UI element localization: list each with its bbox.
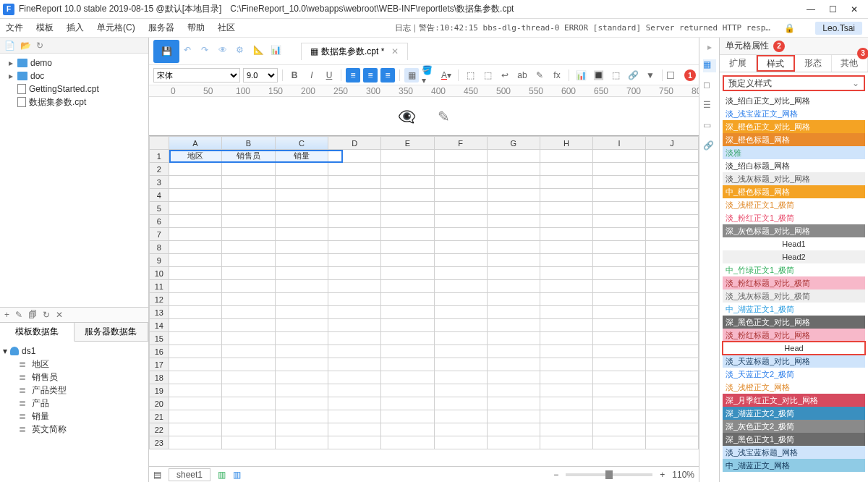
cell[interactable] xyxy=(328,293,381,306)
column-header[interactable]: A xyxy=(169,137,222,150)
cell[interactable] xyxy=(328,228,381,241)
cell[interactable] xyxy=(434,293,487,306)
cell[interactable] xyxy=(540,423,592,436)
cell[interactable] xyxy=(381,319,434,332)
cell[interactable] xyxy=(169,319,222,332)
ds-node[interactable]: ▾ds1 xyxy=(3,344,145,358)
cell[interactable] xyxy=(645,293,698,306)
row-header[interactable]: 12 xyxy=(150,293,169,306)
tab-close-icon[interactable]: ✕ xyxy=(391,46,399,56)
cell[interactable] xyxy=(275,358,328,371)
cell[interactable] xyxy=(222,280,276,293)
cell[interactable] xyxy=(645,345,698,358)
cell[interactable] xyxy=(381,423,434,436)
cell[interactable] xyxy=(487,332,540,345)
cell[interactable] xyxy=(381,163,434,176)
column-header[interactable]: G xyxy=(487,137,540,150)
cell[interactable] xyxy=(593,267,646,280)
style-item[interactable]: Head4 xyxy=(723,342,865,355)
cell[interactable] xyxy=(487,163,540,176)
cell[interactable] xyxy=(593,150,646,163)
style-item[interactable]: 淡_浅橙正文1_极简 xyxy=(723,198,865,211)
cell[interactable] xyxy=(540,280,592,293)
cell[interactable] xyxy=(169,163,222,176)
cell[interactable] xyxy=(645,306,698,319)
row-header[interactable]: 14 xyxy=(150,319,169,332)
cell[interactable] xyxy=(645,332,698,345)
cell[interactable] xyxy=(593,280,646,293)
link-mode-icon[interactable]: 🔗 xyxy=(703,140,716,153)
cell[interactable] xyxy=(593,319,646,332)
cell[interactable] xyxy=(169,371,222,384)
cell[interactable] xyxy=(381,280,434,293)
cell[interactable] xyxy=(487,267,540,280)
cell[interactable] xyxy=(275,293,328,306)
cell[interactable] xyxy=(434,423,487,436)
cell[interactable] xyxy=(645,371,698,384)
style-item[interactable]: 淡_绍白正文_对比_网格 xyxy=(723,94,865,107)
cell[interactable]: 销售员 xyxy=(222,150,276,163)
cell[interactable] xyxy=(328,423,381,436)
style-item[interactable]: 淡_天蓝正文2_极简 xyxy=(723,368,865,381)
style-item[interactable]: 深_月季红正文_对比_网格 xyxy=(723,394,865,407)
cell[interactable] xyxy=(593,189,646,202)
cell[interactable] xyxy=(434,189,487,202)
cell[interactable] xyxy=(593,397,646,410)
cell[interactable] xyxy=(540,267,592,280)
ds-field[interactable]: ≣产品类型 xyxy=(3,384,145,397)
cell[interactable] xyxy=(434,202,487,215)
cell[interactable] xyxy=(275,254,328,267)
cell[interactable] xyxy=(222,345,276,358)
cell[interactable] xyxy=(275,228,328,241)
cell[interactable] xyxy=(275,306,328,319)
row-header[interactable]: 20 xyxy=(150,397,169,410)
cell[interactable] xyxy=(169,423,222,436)
cell-style-mode-icon[interactable]: ▦ xyxy=(703,59,716,72)
cell[interactable] xyxy=(593,202,646,215)
cell[interactable] xyxy=(381,397,434,410)
minimize-button[interactable]: — xyxy=(800,2,822,17)
cell[interactable] xyxy=(328,410,381,423)
cell[interactable] xyxy=(434,410,487,423)
cell[interactable] xyxy=(487,319,540,332)
refresh-icon[interactable]: ↻ xyxy=(36,41,46,51)
cell[interactable] xyxy=(275,332,328,345)
cell[interactable] xyxy=(434,371,487,384)
cell[interactable] xyxy=(328,176,381,189)
zoom-in-icon[interactable]: + xyxy=(660,470,665,480)
menu-insert[interactable]: 插入 xyxy=(67,22,84,34)
cell[interactable] xyxy=(381,228,434,241)
cell[interactable] xyxy=(593,228,646,241)
cell[interactable] xyxy=(645,189,698,202)
cell[interactable] xyxy=(434,254,487,267)
format-painter-button[interactable]: ✎ xyxy=(532,68,547,83)
cell[interactable] xyxy=(593,410,646,423)
cell[interactable] xyxy=(645,319,698,332)
cell[interactable] xyxy=(169,436,222,449)
style-item[interactable]: 淡_粉红标题_对比_极简 xyxy=(723,276,865,289)
cell[interactable] xyxy=(169,215,222,228)
cell[interactable] xyxy=(381,358,434,371)
cell[interactable] xyxy=(487,358,540,371)
style-item[interactable]: 深_湖蓝正文2_极简 xyxy=(723,407,865,420)
cell[interactable] xyxy=(540,410,592,423)
cell[interactable] xyxy=(222,423,276,436)
cell[interactable] xyxy=(487,202,540,215)
cell[interactable] xyxy=(434,384,487,397)
cell[interactable] xyxy=(381,371,434,384)
cell[interactable] xyxy=(381,345,434,358)
cell[interactable] xyxy=(381,384,434,397)
style-item[interactable]: 深_灰色正文2_极简 xyxy=(723,420,865,433)
style-item[interactable]: 深_橙色标题_网格 xyxy=(723,133,865,146)
cell[interactable]: 地区 xyxy=(169,150,222,163)
tree-folder-demo[interactable]: ▸demo xyxy=(3,56,145,69)
cell[interactable] xyxy=(328,397,381,410)
cell[interactable] xyxy=(645,423,698,436)
cell[interactable] xyxy=(645,163,698,176)
cell[interactable] xyxy=(222,358,276,371)
cell[interactable] xyxy=(275,267,328,280)
view-toggle2-icon[interactable]: ▥ xyxy=(233,470,241,480)
cell[interactable] xyxy=(328,371,381,384)
cell[interactable] xyxy=(645,280,698,293)
cell[interactable] xyxy=(328,436,381,449)
